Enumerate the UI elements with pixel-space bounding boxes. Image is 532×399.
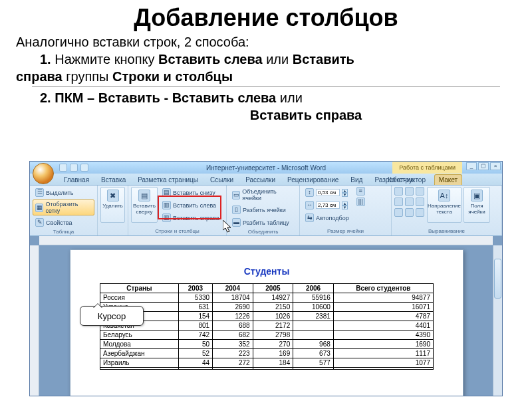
maximize-button[interactable]: ▢ (478, 162, 489, 170)
align-mc-icon[interactable] (405, 198, 414, 206)
table-cell[interactable]: 154 (178, 312, 212, 321)
show-grid-button[interactable]: ▦Отобразить сетку (33, 200, 94, 215)
scrollbar-vertical[interactable] (493, 245, 502, 396)
table-cell[interactable]: 1077 (333, 358, 433, 368)
tab-review[interactable]: Рецензирование (283, 174, 343, 185)
table-cell[interactable]: Азербайджан (100, 349, 179, 358)
table-cell[interactable]: 18704 (213, 293, 253, 303)
qat-undo-icon[interactable] (70, 164, 78, 172)
align-tr-icon[interactable] (416, 187, 424, 196)
insert-right-button[interactable]: ▥Вставить справа (160, 212, 222, 223)
table-cell[interactable] (100, 368, 179, 370)
select-button[interactable]: ☰Выделить (33, 187, 94, 198)
table-cell[interactable]: 1117 (333, 349, 433, 358)
table-cell[interactable]: 55916 (293, 293, 334, 303)
tab-insert[interactable]: Вставка (96, 174, 130, 185)
row-height-field[interactable]: ↕▲▼ (303, 187, 352, 198)
table-cell[interactable]: 4787 (333, 312, 433, 321)
table-row[interactable]: Казахстан80168821724401 (100, 321, 434, 331)
table-cell[interactable]: 2381 (293, 312, 334, 321)
table-cell[interactable]: 184 (253, 358, 293, 368)
table-cell[interactable] (293, 368, 334, 370)
split-cells-button[interactable]: ▯Разбить ячейки (229, 204, 297, 215)
table-cell[interactable] (253, 368, 293, 370)
align-tl-icon[interactable] (394, 187, 403, 196)
tab-mailings[interactable]: Рассылки (241, 174, 280, 185)
table-cell[interactable]: 577 (293, 358, 334, 368)
table-cell[interactable]: Израиль (100, 358, 179, 368)
table-cell[interactable]: 688 (213, 321, 253, 331)
spin-down[interactable]: ▼ (342, 205, 348, 209)
table-cell[interactable]: Молдова (100, 340, 179, 349)
table-cell[interactable]: 4401 (333, 321, 433, 331)
ruler-vertical[interactable] (30, 245, 39, 396)
align-br-icon[interactable] (416, 208, 424, 217)
table-cell[interactable]: 16071 (333, 303, 433, 312)
align-bc-icon[interactable] (405, 208, 414, 217)
data-table[interactable]: Страны2003200420052006Всего студентов Ро… (100, 283, 434, 370)
row-height-input[interactable] (316, 189, 340, 196)
align-mr-icon[interactable] (416, 198, 424, 206)
table-cell[interactable]: 1690 (333, 340, 433, 349)
insert-left-button[interactable]: ▥Вставить слева (160, 200, 222, 211)
delete-button[interactable]: ✖ Удалить (100, 187, 125, 223)
table-cell[interactable] (178, 368, 212, 370)
insert-above-button[interactable]: ▤ Вставить сверху (131, 187, 158, 223)
table-cell[interactable]: Беларусь (100, 331, 179, 340)
tab-view[interactable]: Вид (346, 174, 367, 185)
table-cell[interactable]: 801 (178, 321, 212, 331)
table-cell[interactable]: 5330 (178, 293, 212, 303)
table-cell[interactable] (213, 368, 253, 370)
minimize-button[interactable]: _ (466, 162, 477, 170)
ruler-horizontal[interactable] (39, 236, 493, 245)
merge-cells-button[interactable]: ▭Объединить ячейки (229, 187, 297, 203)
table-row[interactable]: Узбекистан1541226102623814787 (100, 312, 434, 321)
align-tc-icon[interactable] (405, 187, 414, 196)
col-width-field[interactable]: ↔▲▼ (303, 200, 352, 211)
office-button[interactable] (33, 163, 54, 184)
table-cell[interactable]: 1026 (253, 312, 293, 321)
table-row[interactable]: Израиль442721845771077 (100, 358, 434, 368)
table-cell[interactable]: 44 (178, 358, 212, 368)
table-cell[interactable]: 94877 (333, 293, 433, 303)
tab-layout[interactable]: Разметка страницы (133, 174, 203, 185)
table-cell[interactable]: 2172 (253, 321, 293, 331)
table-row[interactable]: Россия533018704149275591694877 (100, 293, 434, 303)
table-cell[interactable]: 10600 (293, 303, 334, 312)
properties-button[interactable]: ✎Свойства (33, 217, 94, 228)
table-cell[interactable]: 2798 (253, 331, 293, 340)
table-cell[interactable] (333, 368, 433, 370)
qat-redo-icon[interactable] (80, 164, 88, 172)
table-row[interactable]: Беларусь74268227984390 (100, 331, 434, 340)
table-row[interactable] (100, 368, 434, 370)
table-cell[interactable]: 169 (253, 349, 293, 358)
table-cell[interactable]: Россия (100, 293, 179, 303)
table-cell[interactable]: 272 (213, 358, 253, 368)
table-cell[interactable]: 1226 (213, 312, 253, 321)
autofit-button[interactable]: ⇆Автоподбор (303, 212, 352, 223)
cell-margins-button[interactable]: ▣Поля ячейки (464, 187, 490, 223)
table-cell[interactable]: 352 (213, 340, 253, 349)
tab-references[interactable]: Ссылки (205, 174, 238, 185)
table-cell[interactable]: 270 (253, 340, 293, 349)
table-cell[interactable]: 673 (293, 349, 334, 358)
tab-table-layout[interactable]: Макет (434, 174, 462, 185)
align-bl-icon[interactable] (394, 208, 403, 217)
table-cell[interactable] (293, 331, 334, 340)
table-cell[interactable]: 14927 (253, 293, 293, 303)
close-button[interactable]: × (490, 162, 501, 170)
distribute-rows-icon[interactable]: ≡ (356, 187, 365, 196)
text-direction-button[interactable]: A↕Направление текста (427, 187, 462, 223)
table-row[interactable]: Молдова503522709681690 (100, 340, 434, 349)
spin-down[interactable]: ▼ (342, 193, 348, 197)
split-table-button[interactable]: ▬Разбить таблицу (229, 217, 297, 228)
table-cell[interactable]: 52 (178, 349, 212, 358)
distribute-cols-icon[interactable]: ||| (356, 198, 365, 206)
qat-save-icon[interactable] (59, 164, 67, 172)
insert-below-button[interactable]: ▤Вставить снизу (160, 187, 222, 198)
table-cell[interactable]: 4390 (333, 331, 433, 340)
tab-home[interactable]: Главная (59, 174, 94, 185)
table-cell[interactable]: 223 (213, 349, 253, 358)
table-cell[interactable]: 742 (178, 331, 212, 340)
tab-design[interactable]: Конструктор (383, 174, 430, 185)
